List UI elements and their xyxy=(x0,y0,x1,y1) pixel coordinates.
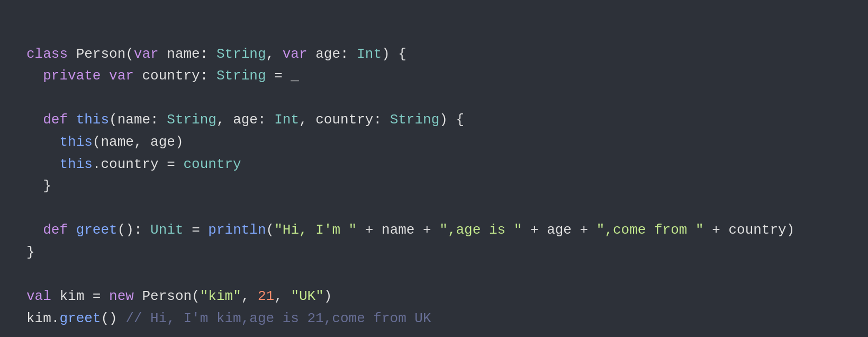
line-10: } xyxy=(26,244,35,260)
line-9: def greet(): Unit = println("Hi, I'm " +… xyxy=(26,222,794,238)
line-7: } xyxy=(26,178,51,194)
line-1: class Person(var name: String, var age: … xyxy=(26,46,406,62)
line-6: this.country = country xyxy=(26,156,241,172)
line-4: def this(name: String, age: Int, country… xyxy=(26,112,464,128)
line-13: kim.greet() // Hi, I'm kim,age is 21,com… xyxy=(26,311,431,326)
line-12: val kim = new Person("kim", 21, "UK") xyxy=(26,288,332,304)
line-5: this(name, age) xyxy=(26,134,184,150)
code-editor: class Person(var name: String, var age: … xyxy=(26,21,842,330)
line-2: private var country: String = _ xyxy=(26,68,299,84)
